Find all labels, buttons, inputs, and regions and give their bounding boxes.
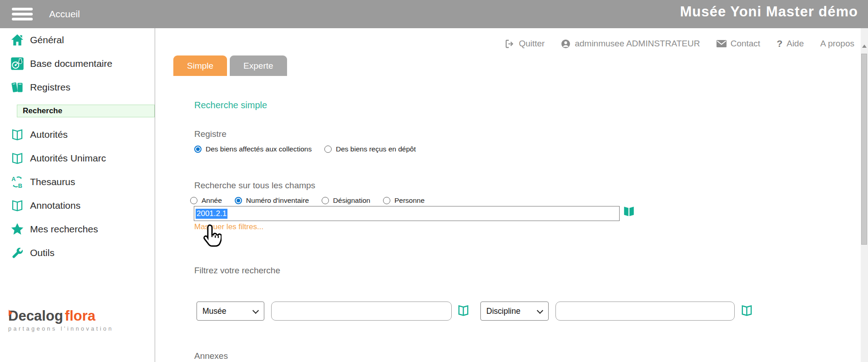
sidebar-item-mes-recherches[interactable]: Mes recherches <box>0 217 155 241</box>
ab-translate-icon: AB <box>9 174 25 190</box>
document-base-icon <box>9 56 25 71</box>
page-title: Recherche simple <box>194 100 267 111</box>
wrench-icon <box>9 245 25 261</box>
quitter-link[interactable]: Quitter <box>505 39 545 49</box>
vertical-scrollbar <box>861 28 868 362</box>
lexicon-book-icon[interactable] <box>623 205 635 219</box>
sidebar-item-label: Autorités <box>30 129 68 140</box>
search-input-selected-text: 2001.2.1 <box>196 209 227 219</box>
scrollbar-up-arrow[interactable] <box>862 45 867 48</box>
radio-annee[interactable] <box>190 197 197 204</box>
aide-link[interactable]: ? Aide <box>777 38 804 49</box>
scrollbar-thumb[interactable] <box>861 54 867 245</box>
contact-link[interactable]: Contact <box>717 39 760 49</box>
tab-simple[interactable]: Simple <box>173 55 227 76</box>
logo-flame-icon <box>9 310 12 316</box>
lexicon-book-icon[interactable] <box>457 304 470 319</box>
sidebar-item-outils[interactable]: Outils <box>0 241 155 265</box>
user-icon <box>561 39 570 49</box>
main-content: Quitter adminmusee ADMINSTRATEUR Contact… <box>155 28 861 362</box>
musee-select-wrap: Musée <box>197 302 264 321</box>
sidebar-item-label: Outils <box>30 247 55 258</box>
help-icon: ? <box>777 38 782 49</box>
books-icon <box>9 80 25 95</box>
sidebar-item-label: Recherche <box>23 106 62 116</box>
sidebar-item-label: Annotations <box>30 200 81 211</box>
fields-label: Recherche sur tous les champs <box>194 181 315 191</box>
sidebar-item-label: Mes recherches <box>30 224 98 235</box>
sidebar-item-label: Base documentaire <box>30 58 112 69</box>
open-book-icon <box>9 151 25 166</box>
radio-label[interactable]: Des biens affectés aux collections <box>206 145 312 153</box>
musee-filter-input[interactable] <box>271 302 452 321</box>
sidebar-item-autorites-unimarc[interactable]: Autorités Unimarc <box>0 146 155 170</box>
sidebar-item-general[interactable]: Général <box>0 28 155 52</box>
filter-section-title: Filtrez votre recherche <box>194 266 280 276</box>
sidebar-item-registres[interactable]: Registres <box>0 75 155 99</box>
header-links: Quitter adminmusee ADMINSTRATEUR Contact… <box>505 38 854 49</box>
sidebar-item-label: Général <box>30 35 64 45</box>
radio-biens-collections[interactable] <box>194 146 202 153</box>
sidebar-item-recherche-active[interactable]: Recherche <box>17 105 155 117</box>
logo-product: flora <box>65 308 96 324</box>
home-icon <box>9 32 25 48</box>
mouse-cursor <box>202 224 222 251</box>
sidebar-item-label: Autorités Unimarc <box>30 153 106 164</box>
hamburger-menu-icon[interactable] <box>12 5 33 23</box>
radio-numero-inventaire[interactable] <box>235 197 242 204</box>
sidebar-item-label: Thesaurus <box>30 176 75 187</box>
discipline-select[interactable]: Discipline <box>481 302 548 320</box>
sidebar: Général Base documentaire Registres Rech… <box>0 28 155 362</box>
radio-label[interactable]: Personne <box>394 196 424 205</box>
decalog-flora-logo: Decalogflora partageons l'innovation <box>8 308 114 332</box>
open-book-icon <box>9 127 25 142</box>
home-menu-item[interactable]: Accueil <box>49 9 80 20</box>
discipline-filter-input[interactable] <box>555 302 735 321</box>
sidebar-item-thesaurus[interactable]: AB Thesaurus <box>0 170 155 194</box>
search-input[interactable]: 2001.2.1 <box>194 206 620 221</box>
radio-personne[interactable] <box>383 197 390 204</box>
radio-label[interactable]: Numéro d'inventaire <box>246 196 309 205</box>
user-account-link[interactable]: adminmusee ADMINSTRATEUR <box>561 39 700 49</box>
radio-label[interactable]: Désignation <box>333 196 370 205</box>
sidebar-item-autorites[interactable]: Autorités <box>0 123 155 146</box>
discipline-select-wrap: Discipline <box>480 302 549 321</box>
app-title: Musée Yoni Master démo <box>680 4 858 20</box>
mail-icon <box>717 40 727 47</box>
registre-radio-group: Des biens affectés aux collections Des b… <box>194 145 416 153</box>
annexes-section-label: Annexes <box>194 351 228 361</box>
fields-radio-group: Année Numéro d'inventaire Désignation Pe… <box>190 196 424 205</box>
star-icon <box>9 221 25 237</box>
logo-brand: Decalog <box>8 308 63 324</box>
radio-biens-depot[interactable] <box>324 146 332 153</box>
search-mode-tabs: Simple Experte <box>173 55 287 76</box>
apropos-link[interactable]: A propos <box>820 39 854 49</box>
logo-tagline: partageons l'innovation <box>8 326 114 332</box>
sidebar-item-label: Registres <box>30 82 71 93</box>
open-book-icon <box>9 198 25 213</box>
radio-designation[interactable] <box>322 197 329 204</box>
logout-icon <box>505 39 515 49</box>
svg-text:B: B <box>18 183 22 189</box>
radio-label[interactable]: Des biens reçus en dépôt <box>336 145 416 153</box>
sidebar-item-annotations[interactable]: Annotations <box>0 194 155 217</box>
sidebar-item-base-documentaire[interactable]: Base documentaire <box>0 52 155 75</box>
lexicon-book-icon[interactable] <box>740 304 753 319</box>
svg-text:A: A <box>11 176 15 182</box>
radio-label[interactable]: Année <box>202 196 222 205</box>
tab-experte[interactable]: Experte <box>230 55 287 76</box>
top-bar: Accueil Musée Yoni Master démo <box>0 0 868 28</box>
musee-select[interactable]: Musée <box>197 302 264 320</box>
registre-label: Registre <box>194 129 227 139</box>
